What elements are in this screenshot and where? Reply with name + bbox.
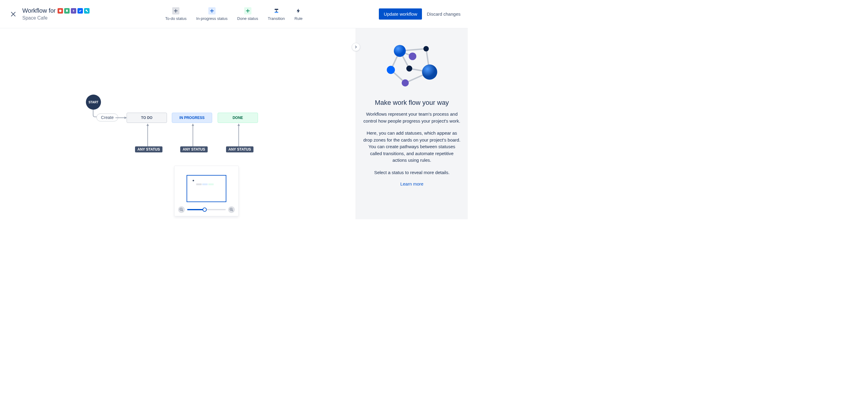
svg-point-24 [394, 45, 406, 57]
add-done-status-button[interactable]: Done status [237, 7, 258, 21]
minimap-status [196, 183, 202, 185]
svg-rect-2 [87, 11, 88, 12]
plus-icon [208, 7, 216, 14]
bug-icon [58, 8, 63, 13]
issue-type-icons [58, 8, 90, 13]
minimap-viewport[interactable] [187, 175, 226, 202]
svg-rect-1 [86, 10, 87, 11]
zoom-in-button[interactable] [228, 206, 235, 213]
page-title: Workflow for [22, 7, 56, 14]
title-block: Workflow for Space Cafe [22, 7, 90, 21]
svg-line-10 [182, 210, 183, 211]
svg-point-30 [406, 66, 412, 72]
start-node[interactable]: START [86, 95, 101, 110]
minimap [174, 166, 239, 216]
svg-point-27 [409, 53, 416, 60]
panel-paragraph: Workflows represent your team's process … [363, 111, 461, 124]
zoom-controls [178, 205, 236, 213]
svg-point-28 [401, 79, 408, 87]
chevron-right-icon [354, 45, 358, 49]
plus-icon [244, 7, 251, 14]
workflow-canvas[interactable]: START Create TO DO IN PROGRESS DONE [21, 28, 355, 219]
panel-paragraph: Here, you can add statuses, which appear… [363, 130, 461, 164]
workflow-editor-header: Workflow for Space Cafe To-do status In-… [0, 0, 468, 28]
zoom-slider[interactable] [187, 209, 226, 210]
editor-body: START Create TO DO IN PROGRESS DONE [21, 28, 468, 219]
project-name: Space Cafe [22, 15, 90, 21]
global-transition-arrow [237, 123, 240, 146]
add-todo-status-button[interactable]: To-do status [165, 7, 187, 21]
plus-icon [173, 7, 180, 14]
transition-icon [273, 7, 280, 14]
minimap-status [208, 183, 214, 185]
info-panel: Make work flow your way Workflows repres… [355, 28, 468, 219]
svg-rect-4 [275, 12, 278, 13]
update-workflow-button[interactable]: Update workflow [379, 8, 422, 20]
global-transition-badge[interactable]: ANY STATUS [180, 146, 208, 153]
add-rule-button[interactable]: Rule [294, 7, 303, 21]
panel-paragraph: Select a status to reveal more details. [374, 169, 450, 176]
close-button[interactable] [7, 8, 19, 20]
learn-more-link[interactable]: Learn more [400, 181, 424, 187]
task-icon [78, 8, 83, 13]
close-icon [10, 11, 17, 18]
svg-point-26 [387, 66, 395, 74]
workflow-illustration [385, 41, 439, 93]
svg-point-29 [423, 46, 429, 52]
workflow-toolbar: To-do status In-progress status Done sta… [165, 7, 303, 21]
add-transition-button[interactable]: Transition [268, 7, 285, 21]
status-node-todo[interactable]: TO DO [127, 113, 167, 123]
create-to-todo-arrow [116, 116, 127, 119]
discard-changes-button[interactable]: Discard changes [427, 11, 461, 16]
story-icon [64, 8, 70, 13]
status-node-inprogress[interactable]: IN PROGRESS [172, 113, 212, 123]
status-node-done[interactable]: DONE [218, 113, 258, 123]
epic-icon [71, 8, 76, 13]
global-transition-badge[interactable]: ANY STATUS [226, 146, 253, 153]
header-actions: Update workflow Discard changes [379, 8, 461, 20]
svg-point-0 [59, 10, 61, 12]
global-transition-badge[interactable]: ANY STATUS [135, 146, 162, 153]
create-transition-label[interactable]: Create [96, 113, 118, 122]
svg-line-13 [232, 210, 233, 211]
global-transition-arrow [146, 123, 149, 146]
collapse-panel-button[interactable] [352, 43, 360, 51]
svg-point-25 [422, 64, 437, 79]
svg-rect-3 [275, 9, 278, 10]
minimap-status [202, 183, 208, 185]
zoom-slider-thumb[interactable] [203, 207, 207, 212]
panel-title: Make work flow your way [375, 99, 449, 107]
subtask-icon [84, 8, 90, 13]
global-transition-arrow [191, 123, 194, 146]
add-inprogress-status-button[interactable]: In-progress status [196, 7, 227, 21]
minimap-start-node [193, 180, 194, 181]
zoom-out-button[interactable] [178, 206, 185, 213]
rule-icon [295, 7, 302, 14]
